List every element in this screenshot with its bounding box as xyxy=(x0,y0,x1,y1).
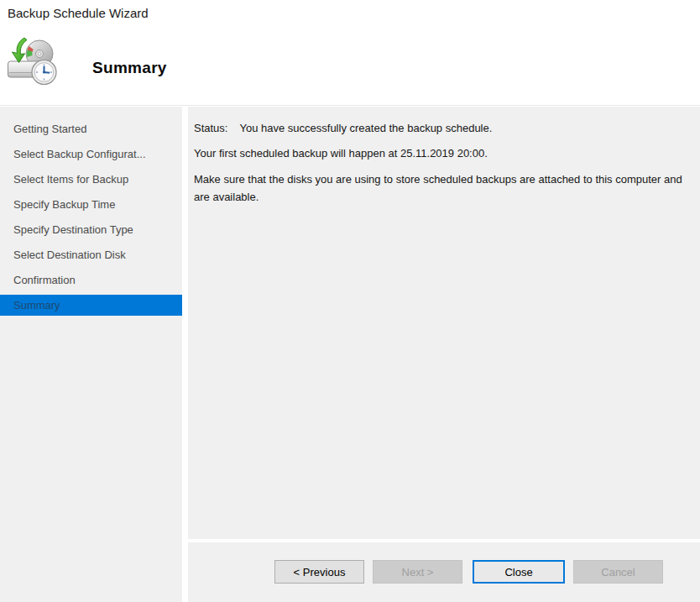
summary-content-pane: Status: You have successfully created th… xyxy=(188,107,700,539)
step-specify-destination-type: Specify Destination Type xyxy=(0,219,182,240)
status-row: Status: You have successfully created th… xyxy=(194,120,683,137)
step-select-destination-disk: Select Destination Disk xyxy=(0,244,182,265)
step-confirmation: Confirmation xyxy=(0,270,182,291)
step-select-items-for-backup: Select Items for Backup xyxy=(0,169,182,190)
step-select-backup-configuration: Select Backup Configurat... xyxy=(0,144,182,165)
wizard-header: Backup Schedule Wizard xyxy=(0,0,700,106)
wizard-steps-sidebar: Getting Started Select Backup Configurat… xyxy=(0,107,182,602)
step-getting-started: Getting Started xyxy=(0,118,182,139)
step-list: Getting Started Select Backup Configurat… xyxy=(0,107,182,316)
close-button[interactable]: Close xyxy=(473,560,565,584)
step-summary-selected: Summary xyxy=(0,295,182,316)
backup-schedule-icon xyxy=(7,37,60,87)
first-backup-time-text: Your first scheduled backup will happen … xyxy=(194,145,683,162)
page-title: Summary xyxy=(92,59,167,77)
wizard-button-bar: < Previous Next > Close Cancel xyxy=(188,542,700,602)
disk-availability-note: Make sure that the disks you are using t… xyxy=(194,170,683,206)
window-title: Backup Schedule Wizard xyxy=(8,6,149,20)
cancel-button: Cancel xyxy=(573,560,663,584)
step-specify-backup-time: Specify Backup Time xyxy=(0,194,182,215)
previous-button[interactable]: < Previous xyxy=(274,560,364,584)
status-label: Status: xyxy=(194,120,227,137)
next-button: Next > xyxy=(373,560,462,584)
status-text: You have successfully created the backup… xyxy=(239,120,492,137)
